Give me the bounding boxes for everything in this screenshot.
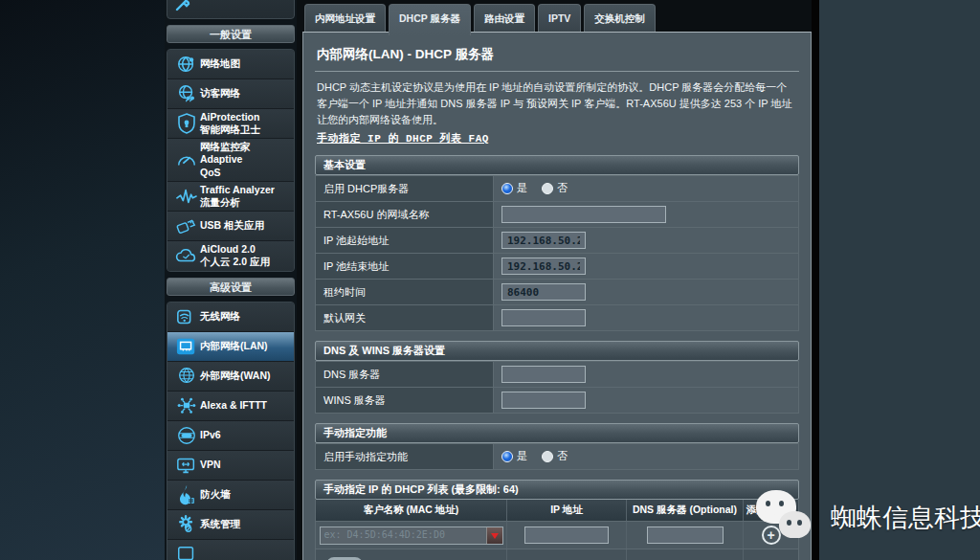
sidebar-item-aiprotection[interactable]: AiProtection智能网络卫士 xyxy=(167,109,294,139)
page-description: DHCP 动态主机设定协议是为使用在 IP 地址的自动设置所制定的协议。DHCP… xyxy=(315,79,799,128)
manual-enable-no-radio[interactable]: 否 xyxy=(542,449,568,463)
content-panel: 内部网络(LAN) - DHCP 服务器 DHCP 动态主机设定协议是为使用在 … xyxy=(302,32,812,560)
tab-dhcp-server[interactable]: DHCP 服务器 xyxy=(389,4,471,35)
sidebar-item-ipv6[interactable]: IPv6 xyxy=(167,421,294,451)
lan-port-icon xyxy=(173,337,200,356)
waveform-icon xyxy=(173,187,200,206)
sidebar-label: USB 相关应用 xyxy=(200,219,264,231)
sidebar-label: 内部网络(LAN) xyxy=(200,340,268,351)
col-ip-address: IP 地址 xyxy=(507,500,627,521)
sidebar-label: 网络地图 xyxy=(200,57,240,69)
quick-setup-button[interactable] xyxy=(167,0,295,19)
network-map-icon xyxy=(173,54,200,75)
enable-manual-label: 启用手动指定功能 xyxy=(316,444,494,470)
dhcp-enable-yes-radio[interactable]: 是 xyxy=(501,181,527,195)
table-row: 默认网关 xyxy=(316,305,799,331)
mac-placeholder: ex: D4:5D:64:4D:2E:D0 xyxy=(321,527,486,544)
sidebar-label: Alexa & IFTTT xyxy=(200,399,267,411)
domain-name-label: RT-AX56U 的网域名称 xyxy=(316,202,494,228)
sidebar-item-adaptive-qos[interactable]: 网络监控家 AdaptiveQoS xyxy=(167,139,294,181)
manual-assignment-table: 启用手动指定功能 是 否 xyxy=(315,443,799,470)
log-icon xyxy=(173,545,200,560)
usb-icon xyxy=(173,216,200,235)
sidebar-group-general: 网络地图 访客网络 AiProtection智能网络卫士 网络监控家 Adapt… xyxy=(167,49,295,272)
new-dns-input[interactable] xyxy=(647,526,724,544)
table-row: 启用 DHCP服务器 是 否 xyxy=(316,176,799,202)
sidebar-item-usb-apps[interactable]: USB 相关应用 xyxy=(167,212,294,241)
domain-name-input[interactable] xyxy=(501,206,666,223)
tab-lan-ip[interactable]: 内网地址设置 xyxy=(304,4,386,32)
list-header-row: 客户名称 (MAC 地址) IP 地址 DNS 服务器 (Optional) 添… xyxy=(316,500,798,521)
tab-route[interactable]: 路由设置 xyxy=(474,4,535,32)
flame-icon xyxy=(173,484,200,505)
sidebar-label: 系统管理 xyxy=(200,518,240,529)
wifi-icon xyxy=(173,307,200,326)
col-dns-server: DNS 服务器 (Optional) xyxy=(627,500,744,521)
watermark-text: 蜘蛛信息科技 xyxy=(831,501,980,535)
radio-dot xyxy=(501,183,513,194)
sidebar-item-firewall[interactable]: 防火墙 xyxy=(167,481,294,510)
lease-time-input[interactable] xyxy=(501,283,586,301)
tab-switch-control[interactable]: 交换机控制 xyxy=(584,4,656,32)
dns-server-input[interactable] xyxy=(501,366,586,383)
sidebar-item-alexa-ifttt[interactable]: Alexa & IFTTT xyxy=(167,392,294,421)
sidebar-item-aicloud[interactable]: AiCloud 2.0个人云 2.0 应用 xyxy=(167,241,294,271)
table-row: DNS 服务器 xyxy=(316,362,799,388)
wins-server-input[interactable] xyxy=(501,392,586,409)
new-ip-input[interactable] xyxy=(524,526,609,544)
col-client-name: 客户名称 (MAC 地址) xyxy=(316,500,507,521)
sidebar-label: 网络监控家 Adaptive xyxy=(200,141,251,165)
basic-settings-table: 启用 DHCP服务器 是 否 RT-AX56U 的网域名称 IP 池起始地址 I… xyxy=(315,175,799,331)
section-manual-dhcp-list: 手动指定 IP 的 DHCP 列表 (最多限制: 64) xyxy=(315,480,799,500)
enable-dhcp-label: 启用 DHCP服务器 xyxy=(316,176,494,202)
sidebar-item-network-map[interactable]: 网络地图 xyxy=(167,50,294,79)
laptop-icon xyxy=(325,556,364,560)
tab-iptv[interactable]: IPTV xyxy=(538,4,581,32)
sidebar-label: VPN xyxy=(200,459,221,470)
list-entry-row: ex: D4:5D:64:4D:2E:D0 + xyxy=(316,521,798,549)
section-dns-wins: DNS 及 WINS 服务器设置 xyxy=(315,341,799,361)
client-ip: 192.168.50.2 xyxy=(507,549,627,560)
sidebar-item-lan[interactable]: 内部网络(LAN) xyxy=(167,332,294,362)
sidebar-item-administration[interactable]: 系统管理 xyxy=(167,510,294,540)
sidebar-label: Traffic Analyzer xyxy=(200,184,275,195)
sidebar-item-guest-network[interactable]: 访客网络 xyxy=(167,79,294,109)
sidebar-section-general: 一般设置 xyxy=(167,25,295,43)
table-row: WINS 服务器 xyxy=(316,388,799,414)
ipv6-icon xyxy=(173,425,200,446)
sidebar-item-traffic-analyzer[interactable]: Traffic Analyzer流量分析 xyxy=(167,182,294,212)
sidebar-label: 外部网络(WAN) xyxy=(200,370,271,381)
radio-dot xyxy=(501,451,513,462)
sidebar-label: AiCloud 2.0 xyxy=(200,243,256,255)
gear-icon xyxy=(173,514,200,535)
faq-link[interactable]: 手动指定 IP 的 DHCP 列表 FAQ xyxy=(317,131,489,146)
title-divider xyxy=(315,71,799,72)
wins-server-label: WINS 服务器 xyxy=(316,388,494,414)
mac-address-select[interactable]: ex: D4:5D:64:4D:2E:D0 xyxy=(320,526,503,545)
sidebar-item-partial[interactable] xyxy=(167,540,294,560)
lease-time-label: 租约时间 xyxy=(316,280,494,305)
watermark: 蜘蛛信息科技 xyxy=(750,477,980,559)
sidebar-label: 防火墙 xyxy=(200,488,231,500)
page-title: 内部网络(LAN) - DHCP 服务器 xyxy=(315,44,799,71)
gauge-icon xyxy=(173,150,200,169)
sidebar: 一般设置 网络地图 访客网络 AiProtection智能网络卫士 网络监控家 … xyxy=(165,0,297,560)
table-row: IP 池起始地址 xyxy=(316,228,799,254)
sidebar-item-wireless[interactable]: 无线网络 xyxy=(167,302,294,332)
globe-icon xyxy=(173,366,200,387)
pool-start-input[interactable] xyxy=(501,232,586,249)
dhcp-enable-no-radio[interactable]: 否 xyxy=(542,181,568,195)
pool-end-input[interactable] xyxy=(501,258,586,275)
dropdown-arrow-icon[interactable] xyxy=(486,527,502,544)
manual-enable-yes-radio[interactable]: 是 xyxy=(501,449,527,463)
main-column: 内网地址设置 DHCP 服务器 路由设置 IPTV 交换机控制 内部网络(LAN… xyxy=(297,0,812,560)
table-row: 启用手动指定功能 是 否 xyxy=(316,444,799,470)
dns-wins-table: DNS 服务器 WINS 服务器 xyxy=(315,361,799,414)
quick-setup-icon xyxy=(175,0,190,15)
client-dns: 默认值 xyxy=(627,549,744,560)
sidebar-item-wan[interactable]: 外部网络(WAN) xyxy=(167,362,294,392)
sidebar-item-vpn[interactable]: VPN xyxy=(167,451,294,481)
pool-start-label: IP 池起始地址 xyxy=(316,228,494,254)
left-background xyxy=(0,0,165,560)
default-gateway-input[interactable] xyxy=(501,309,586,326)
